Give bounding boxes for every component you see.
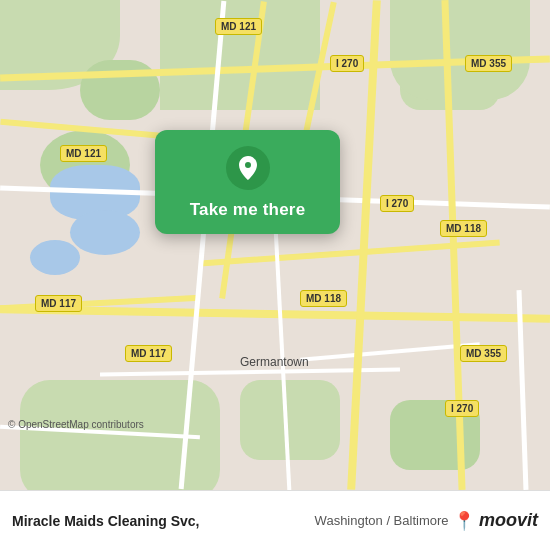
place-region: Washington / Baltimore <box>315 513 449 528</box>
germantown-label: Germantown <box>240 355 309 369</box>
location-pin-icon <box>226 146 270 190</box>
road-label-md117-left: MD 117 <box>35 295 82 312</box>
road-label-md121-left: MD 121 <box>60 145 107 162</box>
place-name: Miracle Maids Cleaning Svc, <box>12 513 315 529</box>
moovit-logo: 📍 moovit <box>453 510 538 532</box>
road-label-md118-bot: MD 118 <box>300 290 347 307</box>
road-label-md117-mid: MD 117 <box>125 345 172 362</box>
road-label-i270-mid: I 270 <box>380 195 414 212</box>
road-label-i270-top: I 270 <box>330 55 364 72</box>
road-label-md355-bot: MD 355 <box>460 345 507 362</box>
bottom-bar: Miracle Maids Cleaning Svc, Washington /… <box>0 490 550 550</box>
road-label-md355-top: MD 355 <box>465 55 512 72</box>
moovit-brand-text: moovit <box>479 510 538 531</box>
moovit-pin-icon: 📍 <box>453 510 475 532</box>
copyright-text: © OpenStreetMap contributors <box>8 419 144 430</box>
road-label-md121-top: MD 121 <box>215 18 262 35</box>
take-me-there-label: Take me there <box>190 200 306 220</box>
take-me-there-card[interactable]: Take me there <box>155 130 340 234</box>
road-label-i270-bot: I 270 <box>445 400 479 417</box>
road-label-md118-right: MD 118 <box>440 220 487 237</box>
map-container: MD 121 I 270 MD 355 MD 121 I 270 MD 118 … <box>0 0 550 490</box>
